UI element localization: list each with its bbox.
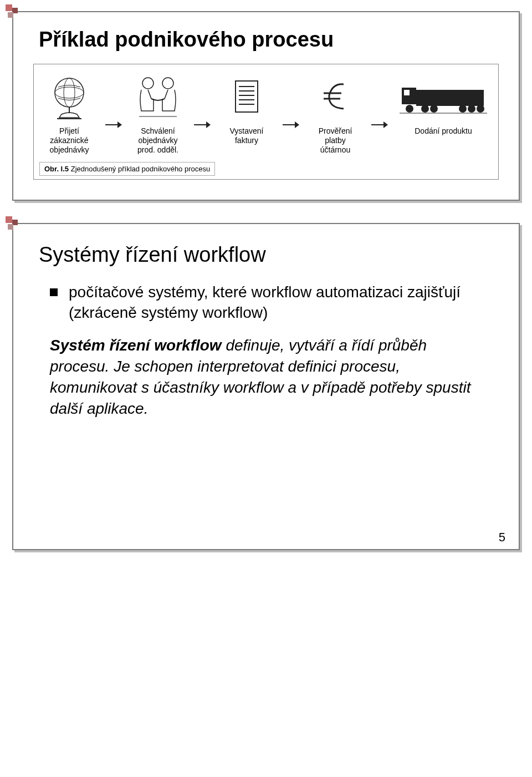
figure-label: Obr. I.5 <box>44 165 69 173</box>
process-diagram: Přijetí zákaznické objednávky S <box>33 64 499 180</box>
process-step-4-caption: Prověření platby účtárnou <box>319 126 352 154</box>
svg-point-33 <box>477 105 484 113</box>
svg-rect-26 <box>416 90 484 104</box>
process-step-1: Přijetí zákaznické objednávky <box>42 73 97 154</box>
slide-2: Systémy řízení workflow počítačové systé… <box>12 223 520 550</box>
definition-lead: Systém řízení workflow <box>50 337 222 354</box>
slide-1: Příklad podnikového procesu Přijetí záka… <box>12 11 520 201</box>
arrow-icon <box>105 120 122 129</box>
svg-point-30 <box>430 105 438 113</box>
arrow-icon <box>371 120 388 129</box>
truck-icon <box>396 73 490 123</box>
figure-caption: Obr. I.5 Zjednodušený příklad podnikovéh… <box>39 162 215 176</box>
process-step-2: Schválení objednávky prod. odděl. <box>130 73 186 154</box>
bullet-list: počítačové systémy, které workflow autom… <box>33 282 499 323</box>
svg-point-1 <box>55 87 84 98</box>
svg-point-0 <box>55 78 84 107</box>
svg-marker-23 <box>383 121 388 128</box>
svg-point-8 <box>162 78 173 89</box>
svg-rect-25 <box>404 90 410 95</box>
handshake-icon <box>131 73 185 123</box>
svg-marker-11 <box>206 121 211 128</box>
process-step-1-caption: Přijetí zákaznické objednávky <box>50 126 89 154</box>
svg-marker-19 <box>295 121 299 128</box>
svg-point-31 <box>459 105 467 113</box>
slide-2-title: Systémy řízení workflow <box>39 243 499 267</box>
definition-paragraph: Systém řízení workflow definuje, vytváří… <box>33 335 499 419</box>
euro-icon <box>316 73 355 123</box>
svg-marker-6 <box>117 121 122 128</box>
process-step-2-caption: Schválení objednávky prod. odděl. <box>137 126 178 154</box>
slide-decoration-icon <box>6 216 21 232</box>
process-steps-row: Přijetí zákaznické objednávky S <box>39 70 493 156</box>
svg-point-7 <box>142 78 154 89</box>
process-step-3: Vystavení faktury <box>219 73 274 145</box>
process-step-3-caption: Vystavení faktury <box>230 126 264 145</box>
globe-icon <box>47 73 91 123</box>
process-step-4: Prověření platby účtárnou <box>308 73 363 154</box>
bullet-text: počítačové systémy, které workflow autom… <box>69 283 461 321</box>
document-icon <box>230 73 263 123</box>
process-step-5-caption: Dodání produktu <box>415 126 472 136</box>
list-item: počítačové systémy, které workflow autom… <box>50 282 485 323</box>
svg-rect-12 <box>236 81 258 112</box>
figure-caption-text: Zjednodušený příklad podnikového procesu <box>71 165 211 173</box>
slide-1-title: Příklad podnikového procesu <box>39 28 499 52</box>
process-step-5: Dodání produktu <box>396 73 490 136</box>
arrow-icon <box>194 120 211 129</box>
slide-decoration-icon <box>6 4 21 20</box>
svg-point-28 <box>406 105 413 113</box>
svg-point-29 <box>421 105 429 113</box>
svg-point-32 <box>468 105 475 113</box>
svg-point-2 <box>64 78 75 107</box>
page-number: 5 <box>499 530 505 545</box>
arrow-icon <box>283 120 299 129</box>
